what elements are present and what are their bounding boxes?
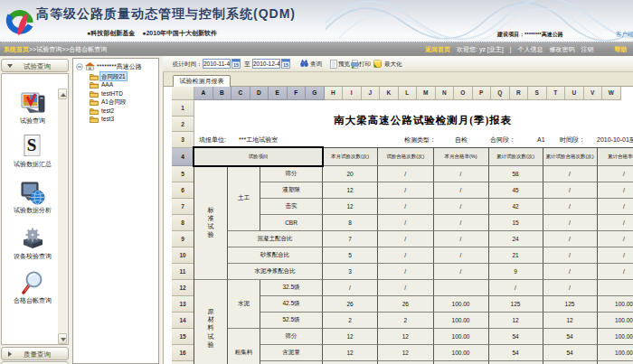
value-cell[interactable]: 8 [323, 215, 378, 231]
value-cell[interactable]: / [378, 182, 434, 199]
sidebar-item-1[interactable]: 试验查询 [4, 92, 61, 126]
value-cell[interactable]: / [543, 166, 598, 182]
value-cell[interactable]: 100.00 [598, 296, 633, 313]
value-cell[interactable]: / [378, 199, 434, 215]
value-cell[interactable]: / [434, 264, 489, 280]
row-header-9[interactable]: 9 [172, 231, 194, 247]
column-header-H[interactable]: H [325, 87, 344, 100]
value-cell[interactable]: 125 [489, 296, 543, 313]
row-header-2[interactable]: 2 [172, 117, 194, 133]
value-cell[interactable]: / [489, 280, 543, 296]
item-cell[interactable]: 砂浆配合比 [228, 247, 323, 264]
tree-root-label[interactable]: ********高速公路 [97, 62, 142, 71]
binoculars-icon[interactable] [300, 60, 308, 68]
group-cell[interactable]: 土工 [228, 166, 260, 231]
item-cell[interactable]: 42.5级 [260, 296, 323, 313]
user-link[interactable]: 帮助 [615, 46, 628, 52]
grid-corner[interactable] [172, 87, 194, 100]
item-cell[interactable]: 水泥净浆配合比 [228, 264, 323, 280]
value-cell[interactable]: 26 [323, 296, 378, 313]
sidebar-scrollbar[interactable] [58, 89, 67, 344]
value-cell[interactable]: / [598, 166, 633, 182]
row-header-5[interactable]: 5 [172, 166, 194, 182]
collapse-minus-icon[interactable] [76, 63, 83, 70]
value-cell[interactable]: 12 [489, 313, 543, 329]
value-cell[interactable]: 45 [489, 182, 543, 199]
calendar-icon[interactable]: 15 [281, 59, 290, 69]
column-header-V[interactable]: V [584, 87, 603, 100]
value-cell[interactable]: 12 [543, 313, 598, 329]
value-cell[interactable]: / [598, 215, 633, 231]
scroll-down-button[interactable] [58, 333, 67, 344]
item-cell[interactable]: CBR [260, 215, 323, 231]
row-header-4[interactable]: 4 [172, 148, 194, 166]
report-header-3[interactable]: 本月合格率(%) [434, 148, 489, 166]
item-cell[interactable]: 混凝土配合比 [228, 231, 323, 247]
row-header-11[interactable]: 11 [172, 264, 194, 280]
preview-page-icon[interactable] [330, 60, 337, 69]
date-from-input[interactable] [203, 59, 231, 69]
value-cell[interactable]: / [378, 231, 434, 247]
printer-icon[interactable] [351, 60, 359, 69]
client-download-link[interactable]: 客户端下载 [616, 31, 633, 39]
value-cell[interactable]: 12 [378, 329, 434, 345]
value-cell[interactable]: / [543, 215, 598, 231]
value-cell[interactable]: 2 [378, 313, 434, 329]
tree-item-label[interactable]: testHTD [100, 89, 124, 98]
date-to-input[interactable] [252, 59, 280, 69]
value-cell[interactable] [323, 361, 378, 364]
tree-item-label[interactable]: 合同段21 [100, 72, 127, 81]
column-header-Q[interactable]: Q [491, 87, 510, 100]
column-header-F[interactable]: F [288, 87, 307, 100]
value-cell[interactable]: 2 [323, 313, 378, 329]
value-cell[interactable]: / [378, 280, 434, 296]
sidebar-section-quality-query[interactable]: 质量查询 [1, 347, 69, 360]
report-header-1[interactable]: 本月试验次数(次) [323, 148, 378, 166]
value-cell[interactable]: 5 [323, 247, 378, 264]
value-cell[interactable]: 12 [323, 182, 378, 199]
value-cell[interactable]: 26 [378, 296, 434, 313]
value-cell[interactable]: 100.00 [434, 313, 489, 329]
value-cell[interactable]: / [543, 264, 598, 280]
calendar-icon[interactable]: 15 [231, 59, 241, 69]
column-header-K[interactable]: K [380, 87, 399, 100]
value-cell[interactable]: / [434, 182, 489, 199]
column-header-E[interactable]: E [269, 87, 288, 100]
row-header-6[interactable]: 6 [172, 182, 194, 199]
item-cell[interactable]: 32.5级 [260, 280, 323, 296]
value-cell[interactable]: 100.00 [598, 313, 633, 329]
item-cell[interactable] [260, 361, 323, 364]
value-cell[interactable]: / [598, 182, 633, 199]
column-header-C[interactable]: C [231, 87, 250, 100]
row-header-12[interactable]: 12 [172, 280, 194, 296]
maximize-button[interactable]: 最大化 [384, 61, 402, 69]
maximize-icon[interactable] [373, 60, 382, 68]
value-cell[interactable]: / [434, 215, 489, 231]
value-cell[interactable]: / [543, 247, 598, 264]
value-cell[interactable]: / [598, 264, 633, 280]
value-cell[interactable]: / [378, 264, 434, 280]
report-header-2[interactable]: 试验合格次数(次) [378, 148, 434, 166]
value-cell[interactable]: / [323, 280, 378, 296]
row-header-13[interactable]: 13 [172, 296, 194, 313]
value-cell[interactable]: 7 [323, 231, 378, 247]
value-cell[interactable]: 54 [543, 329, 598, 345]
value-cell[interactable]: 58 [489, 166, 543, 182]
item-cell[interactable]: 击实 [260, 199, 323, 215]
row-header-10[interactable]: 10 [172, 247, 194, 264]
value-cell[interactable]: 100.00 [598, 345, 633, 361]
column-header-W[interactable]: W [602, 87, 621, 100]
value-cell[interactable]: 12 [323, 345, 378, 361]
value-cell[interactable]: / [434, 247, 489, 264]
row-header-15[interactable]: 15 [172, 329, 194, 345]
value-cell[interactable]: / [378, 215, 434, 231]
value-cell[interactable]: 12 [378, 345, 434, 361]
value-cell[interactable]: 54 [489, 345, 543, 361]
value-cell[interactable]: / [598, 231, 633, 247]
item-cell[interactable]: 52.5级 [260, 313, 323, 329]
row-header-3[interactable]: 3 [172, 132, 194, 148]
report-header-6[interactable]: 累计合格率(%) [598, 148, 633, 166]
item-cell[interactable]: 筛分 [260, 166, 323, 182]
value-cell[interactable]: 100.00 [434, 345, 489, 361]
user-link[interactable]: 返回首页 [425, 46, 450, 52]
